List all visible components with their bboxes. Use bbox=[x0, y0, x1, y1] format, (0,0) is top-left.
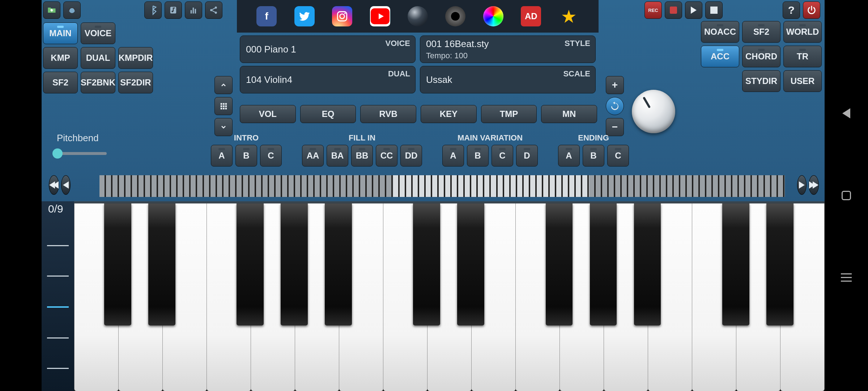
record-button[interactable]: REC bbox=[644, 1, 662, 19]
black-key[interactable] bbox=[237, 203, 264, 325]
equalizer-icon[interactable] bbox=[185, 1, 202, 19]
android-back-icon[interactable] bbox=[840, 107, 853, 120]
eq-button[interactable]: EQ bbox=[300, 105, 356, 123]
android-recents-icon[interactable] bbox=[840, 271, 853, 284]
black-key[interactable] bbox=[148, 203, 175, 325]
power-button[interactable] bbox=[803, 1, 820, 19]
sf2-button[interactable]: SF2 bbox=[43, 72, 78, 93]
globe-headphones-icon[interactable] bbox=[63, 1, 81, 19]
voice-tab[interactable]: VOICE bbox=[81, 22, 115, 44]
main-c-button[interactable]: C bbox=[492, 145, 513, 167]
ending-c-button[interactable]: C bbox=[607, 145, 629, 167]
strip-next-button[interactable] bbox=[797, 175, 807, 195]
svg-rect-15 bbox=[221, 105, 222, 107]
color-picker-icon[interactable] bbox=[483, 6, 503, 26]
dark-globe-icon[interactable] bbox=[408, 6, 428, 26]
facebook-icon[interactable]: f bbox=[256, 6, 277, 26]
black-key[interactable] bbox=[722, 203, 749, 325]
svg-rect-5 bbox=[195, 9, 196, 14]
dual-display[interactable]: DUAL 104 Violin4 bbox=[240, 66, 416, 93]
svg-rect-17 bbox=[225, 105, 227, 107]
style-display[interactable]: STYLE 001 16Beat.sty Tempo: 100 bbox=[420, 35, 596, 63]
keyboard-overview[interactable] bbox=[99, 175, 785, 197]
fillin-aa-button[interactable]: AA bbox=[302, 145, 324, 167]
refresh-button[interactable] bbox=[606, 97, 624, 115]
strip-rewind-button[interactable] bbox=[49, 175, 59, 195]
black-key[interactable] bbox=[413, 203, 440, 325]
youtube-icon[interactable] bbox=[370, 6, 390, 26]
piano-keyboard[interactable] bbox=[74, 201, 825, 391]
fillin-ba-button[interactable]: BA bbox=[327, 145, 348, 167]
main-b-button[interactable]: B bbox=[467, 145, 489, 167]
main-tab[interactable]: MAIN bbox=[43, 22, 78, 44]
intro-c-button[interactable]: C bbox=[260, 145, 282, 167]
scale-display[interactable]: SCALE Ussak bbox=[420, 66, 596, 93]
black-key[interactable] bbox=[281, 203, 308, 325]
pause-button[interactable] bbox=[705, 1, 723, 19]
black-key[interactable] bbox=[766, 203, 793, 325]
share-icon[interactable] bbox=[205, 1, 222, 19]
black-key[interactable] bbox=[457, 203, 484, 325]
kmp-button[interactable]: KMP bbox=[43, 47, 78, 69]
grid-menu-button[interactable] bbox=[214, 97, 233, 115]
music-library-icon[interactable] bbox=[165, 1, 182, 19]
chord-button[interactable]: CHORD bbox=[742, 46, 780, 67]
play-button[interactable] bbox=[685, 1, 702, 19]
black-key[interactable] bbox=[546, 203, 573, 325]
black-key[interactable] bbox=[104, 203, 131, 325]
sf2bnk-button[interactable]: SF2BNK bbox=[81, 72, 115, 93]
star-favorite-icon[interactable]: ★ bbox=[559, 6, 579, 26]
strip-forward-button[interactable] bbox=[809, 175, 819, 195]
svg-rect-4 bbox=[193, 8, 194, 13]
ad-badge[interactable]: AD bbox=[521, 6, 541, 26]
sf2-right-button[interactable]: SF2 bbox=[742, 21, 780, 43]
ending-b-button[interactable]: B bbox=[583, 145, 604, 167]
bluetooth-icon[interactable] bbox=[144, 1, 162, 19]
stydir-button[interactable]: STYDIR bbox=[742, 70, 780, 92]
black-key[interactable] bbox=[634, 203, 661, 325]
rvb-button[interactable]: RVB bbox=[360, 105, 416, 123]
kmpdir-button[interactable]: KMPDIR bbox=[118, 47, 153, 69]
fillin-dd-button[interactable]: DD bbox=[400, 145, 422, 167]
tempo-value: Tempo: 100 bbox=[426, 51, 590, 60]
page-up-button[interactable] bbox=[214, 76, 233, 94]
noacc-button[interactable]: NOACC bbox=[701, 21, 739, 43]
sf2dir-button[interactable]: SF2DIR bbox=[118, 72, 153, 93]
twitter-icon[interactable] bbox=[294, 6, 315, 26]
increment-button[interactable]: + bbox=[606, 76, 624, 94]
strip-prev-button[interactable] bbox=[61, 175, 71, 195]
jog-dial[interactable] bbox=[632, 90, 675, 133]
android-home-icon[interactable] bbox=[840, 189, 853, 202]
acc-button[interactable]: ACC bbox=[701, 46, 739, 67]
tr-button[interactable]: TR bbox=[783, 46, 822, 67]
octave-indicator: 0/9 bbox=[48, 203, 63, 215]
dual-button[interactable]: DUAL bbox=[81, 47, 115, 69]
main-d-button[interactable]: D bbox=[516, 145, 538, 167]
key-button[interactable]: KEY bbox=[421, 105, 477, 123]
intro-title: INTRO bbox=[234, 133, 259, 143]
voice-display[interactable]: VOICE 000 Piano 1 bbox=[240, 35, 416, 63]
main-a-button[interactable]: A bbox=[442, 145, 464, 167]
pitchbend-label: Pitchbend bbox=[57, 133, 99, 144]
intro-a-button[interactable]: A bbox=[211, 145, 233, 167]
intro-b-button[interactable]: B bbox=[235, 145, 257, 167]
fillin-cc-button[interactable]: CC bbox=[376, 145, 397, 167]
ending-a-button[interactable]: A bbox=[558, 145, 580, 167]
pitchbend-thumb[interactable] bbox=[52, 148, 63, 159]
stop-button[interactable] bbox=[665, 1, 682, 19]
download-folder-icon[interactable] bbox=[43, 1, 60, 19]
world-button[interactable]: WORLD bbox=[783, 21, 822, 43]
help-button[interactable]: ? bbox=[783, 1, 800, 19]
svg-point-11 bbox=[344, 13, 346, 14]
black-key[interactable] bbox=[590, 203, 617, 325]
mn-button[interactable]: MN bbox=[541, 105, 597, 123]
main-title: MAIN VARIATION bbox=[458, 133, 523, 143]
vol-button[interactable]: VOL bbox=[240, 105, 296, 123]
fillin-bb-button[interactable]: BB bbox=[351, 145, 373, 167]
black-key[interactable] bbox=[325, 203, 352, 325]
tmp-button[interactable]: TMP bbox=[481, 105, 537, 123]
settings-gear-icon[interactable] bbox=[445, 6, 465, 26]
voice-value: 000 Piano 1 bbox=[246, 44, 409, 55]
instagram-icon[interactable] bbox=[332, 6, 352, 26]
user-button[interactable]: USER bbox=[783, 70, 822, 92]
